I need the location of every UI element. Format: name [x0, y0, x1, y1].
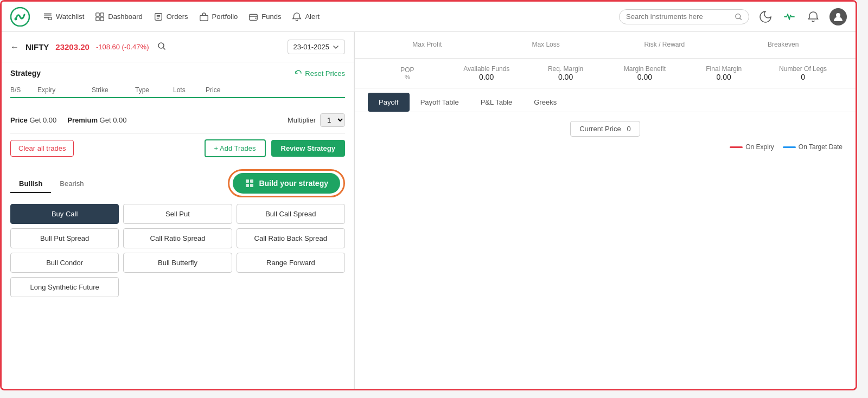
- instrument-name: NIFTY: [25, 42, 49, 52]
- svg-point-10: [256, 17, 257, 18]
- svg-rect-8: [200, 15, 207, 21]
- stat-risk-reward: Risk / Reward: [605, 41, 724, 49]
- tab-bearish[interactable]: Bearish: [51, 175, 92, 193]
- col-lots: Lots: [173, 86, 206, 94]
- strategy-row-1: Buy Call Sell Put Bull Call Spread: [10, 204, 345, 224]
- svg-rect-3: [96, 12, 99, 16]
- strategy-call-ratio-back-spread[interactable]: Call Ratio Back Spread: [237, 228, 345, 248]
- chart-tab-pl-table[interactable]: P&L Table: [470, 93, 524, 112]
- search-box[interactable]: [619, 9, 749, 24]
- strategy-row-3: Bull Condor Bull Butterfly Range Forward: [10, 253, 345, 273]
- search-input[interactable]: [626, 12, 730, 21]
- main-nav: Watchlist Dashboard Orders Portfolio Fun…: [43, 12, 320, 22]
- margin-final: Final Margin 0.00: [684, 65, 763, 81]
- chart-legend: On Expiry On Target Date: [368, 143, 843, 151]
- col-strike: Strike: [92, 86, 135, 94]
- legend-target-line: [783, 146, 796, 148]
- strategy-section: Strategy Reset Prices B/S Expiry Strike …: [2, 62, 354, 105]
- reset-prices-button[interactable]: Reset Prices: [295, 69, 345, 78]
- strategy-bull-put-spread[interactable]: Bull Put Spread: [10, 228, 119, 248]
- svg-rect-4: [100, 12, 104, 16]
- col-expiry: Expiry: [37, 86, 92, 94]
- stats-row: Max Profit Max Loss Risk / Reward Breake…: [355, 32, 856, 59]
- heartbeat-icon[interactable]: [782, 9, 797, 24]
- multiplier-row: Multiplier 125: [288, 113, 345, 127]
- date-selector[interactable]: 23-01-2025: [288, 40, 346, 54]
- margin-row: POP % Available Funds 0.00 Req. Margin 0…: [355, 59, 856, 88]
- avatar[interactable]: [829, 8, 847, 25]
- strategy-header: Strategy Reset Prices: [10, 69, 345, 78]
- svg-rect-14: [246, 179, 249, 183]
- clear-all-button[interactable]: Clear all trades: [10, 140, 74, 157]
- col-price: Price: [206, 86, 249, 94]
- chart-tab-greeks[interactable]: Greeks: [523, 93, 567, 112]
- strategy-range-forward[interactable]: Range Forward: [237, 253, 345, 273]
- nav-funds[interactable]: Funds: [248, 12, 281, 22]
- theme-toggle-icon[interactable]: [758, 9, 773, 24]
- strategy-bull-call-spread[interactable]: Bull Call Spread: [237, 204, 345, 224]
- chart-area: Current Price 0 On Expiry On Target Date: [355, 112, 856, 389]
- nav-dashboard[interactable]: Dashboard: [95, 12, 143, 22]
- price-premium-row: Price Get 0.00 Premium Get 0.00 Multipli…: [2, 105, 354, 167]
- margin-available-funds: Available Funds 0.00: [447, 65, 526, 81]
- margin-benefit: Margin Benefit 0.00: [605, 65, 684, 81]
- svg-point-1: [15, 17, 17, 20]
- strategy-sell-put[interactable]: Sell Put: [123, 204, 232, 224]
- tab-bullish[interactable]: Bullish: [10, 175, 51, 193]
- strategy-table-header: B/S Expiry Strike Type Lots Price: [10, 83, 345, 98]
- premium-label: Premium Get 0.00: [67, 116, 126, 124]
- chart-tabs: Payoff Payoff Table P&L Table Greeks: [355, 93, 856, 112]
- strategy-bull-condor[interactable]: Bull Condor: [10, 253, 119, 273]
- review-strategy-button[interactable]: Review Strategy: [271, 140, 345, 157]
- stat-breakeven: Breakeven: [724, 41, 843, 49]
- nav-orders[interactable]: Orders: [154, 12, 188, 22]
- price-info-row: Price Get 0.00 Premium Get 0.00 Multipli…: [10, 107, 345, 134]
- search-icon: [735, 12, 742, 21]
- instrument-bar: ← NIFTY 23203.20 -108.60 (-0.47%) 23-01-…: [2, 32, 354, 62]
- svg-rect-15: [250, 179, 253, 183]
- stat-max-loss: Max Loss: [487, 41, 605, 49]
- strategy-bull-butterfly[interactable]: Bull Butterfly: [123, 253, 232, 273]
- col-bs: B/S: [10, 86, 37, 94]
- notification-icon[interactable]: [806, 9, 821, 24]
- strategy-tabs: Bullish Bearish: [10, 175, 228, 192]
- legend-expiry-line: [730, 146, 743, 148]
- instrument-price: 23203.20: [55, 42, 90, 52]
- strategy-title: Strategy: [10, 69, 41, 78]
- instrument-search-icon[interactable]: [157, 42, 166, 52]
- tabs-build-row: Bullish Bearish Build your strategy: [2, 167, 354, 197]
- svg-rect-17: [250, 184, 253, 187]
- strategy-long-synthetic-future[interactable]: Long Synthetic Future: [10, 277, 119, 297]
- margin-req-margin: Req. Margin 0.00: [526, 65, 605, 81]
- nav-watchlist[interactable]: Watchlist: [43, 12, 84, 22]
- logo[interactable]: [10, 7, 30, 27]
- multiplier-select[interactable]: 125: [320, 113, 345, 127]
- nav-alert[interactable]: Alert: [292, 12, 320, 22]
- price-change: -108.60 (-0.47%): [96, 43, 149, 51]
- refresh-icon: [295, 69, 302, 77]
- strategy-row-2: Bull Put Spread Call Ratio Spread Call R…: [10, 228, 345, 248]
- svg-point-12: [836, 13, 840, 17]
- nav-portfolio[interactable]: Portfolio: [199, 12, 238, 22]
- current-price-button[interactable]: Current Price 0: [570, 121, 640, 137]
- legend-expiry: On Expiry: [730, 143, 774, 151]
- chevron-down-icon: [333, 44, 339, 50]
- add-trades-button[interactable]: + Add Trades: [205, 139, 266, 157]
- strategy-row-4: Long Synthetic Future: [10, 277, 345, 297]
- header-right: [619, 8, 847, 25]
- margin-num-legs: Number Of Legs 0: [763, 65, 843, 81]
- strategy-call-ratio-spread[interactable]: Call Ratio Spread: [123, 228, 232, 248]
- strategy-buy-call[interactable]: Buy Call: [10, 204, 119, 224]
- price-label: Price Get 0.00: [10, 116, 56, 124]
- svg-rect-16: [246, 184, 249, 187]
- build-strategy-button[interactable]: Build your strategy: [233, 173, 340, 194]
- chart-tab-payoff-table[interactable]: Payoff Table: [410, 93, 470, 112]
- left-panel: ← NIFTY 23203.20 -108.60 (-0.47%) 23-01-…: [2, 32, 354, 389]
- right-panel: Max Profit Max Loss Risk / Reward Breake…: [355, 32, 856, 389]
- current-price-row: Current Price 0: [368, 121, 843, 137]
- chart-tab-payoff[interactable]: Payoff: [368, 93, 410, 112]
- svg-rect-5: [96, 17, 99, 20]
- price-info: Price Get 0.00 Premium Get 0.00: [10, 116, 126, 124]
- back-button[interactable]: ←: [10, 42, 19, 52]
- svg-rect-9: [250, 14, 257, 20]
